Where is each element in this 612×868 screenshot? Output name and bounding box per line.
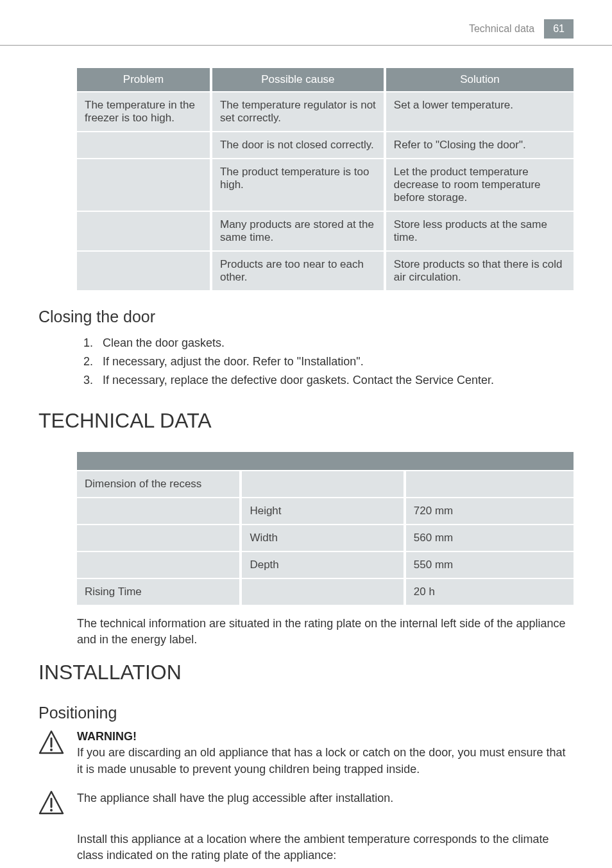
th-blank xyxy=(241,452,404,471)
th-cause: Possible cause xyxy=(211,68,385,92)
positioning-body: Install this appliance at a location whe… xyxy=(77,831,574,864)
cell-solution: Refer to "Closing the door". xyxy=(385,132,574,159)
technical-data-note: The technical information are situated i… xyxy=(77,616,574,648)
cell-solution: Store products so that there is cold air… xyxy=(385,251,574,291)
cell-solution: Store less products at the same time. xyxy=(385,211,574,251)
page-number: 61 xyxy=(544,19,574,39)
page-header: Technical data 61 xyxy=(0,0,612,46)
cell-cause: Many products are stored at the same tim… xyxy=(211,211,385,251)
cell: 720 mm xyxy=(405,498,574,525)
cell: Rising Time xyxy=(77,578,241,605)
cell-problem xyxy=(77,211,211,251)
closing-door-heading: Closing the door xyxy=(38,308,574,326)
cell xyxy=(77,498,241,525)
technical-data-table: Dimension of the recess Height 720 mm Wi… xyxy=(77,452,574,606)
cell-solution: Let the product temperature decrease to … xyxy=(385,159,574,211)
cell-cause: Products are too near to each other. xyxy=(211,251,385,291)
notice-text: The appliance shall have the plug access… xyxy=(77,790,574,806)
table-row: Dimension of the recess xyxy=(77,471,574,498)
table-row: Rising Time 20 h xyxy=(77,578,574,605)
installation-heading: INSTALLATION xyxy=(38,661,574,684)
cell xyxy=(77,551,241,578)
table-row: The product temperature is too high. Let… xyxy=(77,159,574,211)
cell xyxy=(405,471,574,498)
cell: 20 h xyxy=(405,578,574,605)
cell xyxy=(241,578,404,605)
header-section-title: Technical data xyxy=(469,23,534,35)
cell-cause: The door is not closed correctly. xyxy=(211,132,385,159)
notice-block: The appliance shall have the plug access… xyxy=(38,790,574,819)
warning-label: WARNING! xyxy=(77,730,574,743)
th-blank xyxy=(77,452,241,471)
svg-point-5 xyxy=(50,809,53,812)
th-blank xyxy=(405,452,574,471)
warning-icon xyxy=(38,790,64,816)
technical-data-heading: TECHNICAL DATA xyxy=(38,409,574,433)
table-row: Depth 550 mm xyxy=(77,551,574,578)
list-item: Clean the door gaskets. xyxy=(96,334,574,352)
table-row: The door is not closed correctly. Refer … xyxy=(77,132,574,159)
cell: 560 mm xyxy=(405,525,574,551)
cell-solution: Set a lower temperature. xyxy=(385,92,574,132)
cell-problem xyxy=(77,132,211,159)
table-row: The temperature in the freezer is too hi… xyxy=(77,92,574,132)
svg-point-2 xyxy=(50,749,53,751)
cell-problem xyxy=(77,251,211,291)
cell: Depth xyxy=(241,551,404,578)
warning-icon xyxy=(38,730,64,756)
cell: 550 mm xyxy=(405,551,574,578)
table-row: Width 560 mm xyxy=(77,525,574,551)
table-row: Many products are stored at the same tim… xyxy=(77,211,574,251)
positioning-heading: Positioning xyxy=(38,704,574,722)
cell-cause: The temperature regulator is not set cor… xyxy=(211,92,385,132)
warning-text: If you are discarding an old appliance t… xyxy=(77,745,574,777)
table-row: Height 720 mm xyxy=(77,498,574,525)
cell xyxy=(77,525,241,551)
closing-door-steps: Clean the door gaskets. If necessary, ad… xyxy=(38,334,574,390)
cell-problem: The temperature in the freezer is too hi… xyxy=(77,92,211,132)
cell: Height xyxy=(241,498,404,525)
list-item: If necessary, replace the defective door… xyxy=(96,371,574,390)
cell: Dimension of the recess xyxy=(77,471,241,498)
list-item: If necessary, adjust the door. Refer to … xyxy=(96,352,574,371)
troubleshooting-table: Problem Possible cause Solution The temp… xyxy=(77,68,574,291)
th-problem: Problem xyxy=(77,68,211,92)
cell-problem xyxy=(77,159,211,211)
cell xyxy=(241,471,404,498)
cell-cause: The product temperature is too high. xyxy=(211,159,385,211)
cell: Width xyxy=(241,525,404,551)
th-solution: Solution xyxy=(385,68,574,92)
table-row: Products are too near to each other. Sto… xyxy=(77,251,574,291)
warning-block: WARNING! If you are discarding an old ap… xyxy=(38,730,574,777)
